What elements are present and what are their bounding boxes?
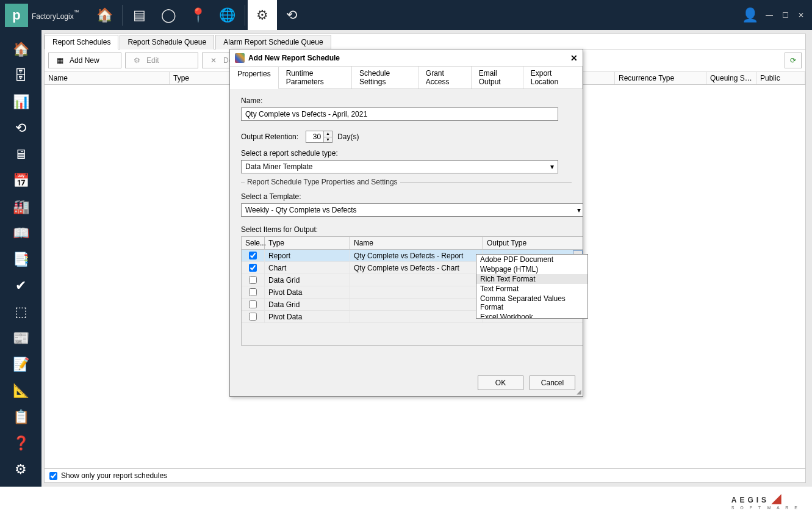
tab-report-schedules[interactable]: Report Schedules bbox=[45, 35, 118, 49]
dialog-titlebar[interactable]: Add New Report Schedule ✕ bbox=[230, 49, 583, 67]
close-button[interactable]: ✕ bbox=[796, 11, 806, 20]
nav-clipboard-icon[interactable]: 📋 bbox=[0, 404, 41, 430]
item-checkbox-cell bbox=[242, 299, 265, 311]
nav-home-icon[interactable]: 🏠 bbox=[0, 36, 41, 62]
col-queuing-sus[interactable]: Queuing Sus... bbox=[706, 72, 756, 84]
nav-monitor-icon[interactable]: 🖥 bbox=[0, 141, 41, 167]
add-new-button[interactable]: ▦Add New bbox=[48, 53, 121, 68]
dialog-footer: OK Cancel bbox=[230, 369, 583, 396]
item-type: Pivot Data bbox=[265, 311, 350, 323]
globe-icon[interactable]: 🌐 bbox=[213, 0, 242, 30]
type-select[interactable]: Data Miner Template ▾ bbox=[241, 160, 558, 173]
output-type-option[interactable]: Comma Separated Values Format bbox=[476, 294, 587, 312]
stack-icon[interactable]: ▤ bbox=[125, 0, 154, 30]
col-public[interactable]: Public bbox=[756, 72, 805, 84]
ok-button[interactable]: OK bbox=[478, 376, 523, 390]
output-type-option[interactable]: Webpage (HTML) bbox=[476, 264, 587, 274]
app-logo: p bbox=[5, 4, 28, 27]
bottom-bar: Show only your report schedules bbox=[45, 468, 805, 482]
item-checkbox-cell bbox=[242, 286, 265, 299]
tab-schedule-settings[interactable]: Schedule Settings bbox=[352, 67, 419, 89]
resize-handle-icon[interactable]: ◢ bbox=[577, 388, 581, 395]
item-type: Data Grid bbox=[265, 299, 350, 311]
item-name bbox=[350, 311, 483, 323]
nav-ruler-icon[interactable]: 📐 bbox=[0, 377, 41, 404]
dialog-app-icon bbox=[235, 53, 245, 63]
tab-email-output[interactable]: Email Output bbox=[472, 67, 523, 89]
template-label: Select a Template: bbox=[241, 192, 572, 201]
col-recurrence[interactable]: Recurrence Type bbox=[615, 72, 706, 84]
gear-icon[interactable]: ⚙ bbox=[248, 0, 277, 30]
nav-database-icon[interactable]: 🗄 bbox=[0, 62, 41, 89]
type-label: Select a report schedule type: bbox=[241, 149, 572, 158]
tab-runtime-parameters[interactable]: Runtime Parameters bbox=[279, 67, 352, 89]
ring-icon[interactable]: ◯ bbox=[154, 0, 184, 30]
item-checkbox-cell bbox=[242, 311, 265, 323]
output-type-option[interactable]: Rich Text Format bbox=[476, 274, 587, 284]
item-checkbox[interactable] bbox=[249, 276, 257, 284]
name-input[interactable] bbox=[241, 107, 558, 121]
item-checkbox[interactable] bbox=[249, 313, 257, 321]
home-icon[interactable]: 🏠 bbox=[90, 0, 120, 30]
separator bbox=[245, 5, 245, 26]
output-type-option[interactable]: Adobe PDF Document bbox=[476, 255, 587, 264]
item-checkbox[interactable] bbox=[249, 252, 257, 260]
nav-check-icon[interactable]: ✔ bbox=[0, 272, 41, 299]
edit-button[interactable]: ⚙Edit bbox=[125, 53, 198, 68]
nav-settings-icon[interactable]: ⚙ bbox=[0, 456, 41, 482]
col-name[interactable]: Name bbox=[45, 72, 170, 84]
nav-notes-icon[interactable]: 📝 bbox=[0, 351, 41, 377]
item-name bbox=[350, 299, 483, 311]
minimize-button[interactable]: — bbox=[764, 11, 774, 20]
nav-copy-icon[interactable]: 📑 bbox=[0, 246, 41, 272]
name-label: Name: bbox=[241, 96, 572, 105]
show-only-label: Show only your report schedules bbox=[61, 471, 167, 480]
nav-book-icon[interactable]: 📖 bbox=[0, 220, 41, 246]
nav-tree-icon[interactable]: ⬚ bbox=[0, 299, 41, 325]
output-type-option[interactable]: Text Format bbox=[476, 284, 587, 294]
items-col-name[interactable]: Name bbox=[350, 237, 483, 249]
item-checkbox-cell bbox=[242, 262, 265, 274]
item-checkbox[interactable] bbox=[249, 264, 257, 272]
items-header: Sele... Type Name Output Type bbox=[242, 237, 583, 250]
nav-history-icon[interactable]: ⟲ bbox=[0, 115, 41, 141]
maximize-button[interactable]: ☐ bbox=[780, 11, 790, 20]
user-icon[interactable]: 👤 bbox=[735, 0, 764, 30]
nav-calendar-icon[interactable]: 📅 bbox=[0, 167, 41, 194]
nav-chart-icon[interactable]: 📊 bbox=[0, 89, 41, 115]
add-report-schedule-dialog: Add New Report Schedule ✕ Properties Run… bbox=[229, 49, 583, 397]
spinner-up-icon[interactable]: ▲ bbox=[323, 131, 332, 137]
item-checkbox[interactable] bbox=[249, 288, 257, 296]
restore-icon[interactable]: ⟲ bbox=[277, 0, 306, 30]
output-type-dropdown[interactable]: Adobe PDF DocumentWebpage (HTML)Rich Tex… bbox=[476, 254, 588, 319]
tab-export-location[interactable]: Export Location bbox=[523, 67, 583, 89]
tab-properties[interactable]: Properties bbox=[230, 67, 279, 89]
template-select[interactable]: Weekly - Qty Complete vs Defects ▾ bbox=[241, 203, 583, 217]
footer-caret-icon: ◢ bbox=[772, 492, 784, 505]
items-col-output[interactable]: Output Type bbox=[483, 237, 583, 249]
show-only-checkbox[interactable] bbox=[49, 472, 57, 480]
tab-report-schedule-queue[interactable]: Report Schedule Queue bbox=[120, 35, 214, 49]
brand-first: Factory bbox=[32, 12, 56, 21]
dialog-close-button[interactable]: ✕ bbox=[570, 53, 578, 63]
nav-warehouse-icon[interactable]: 🏭 bbox=[0, 194, 41, 220]
spinner-down-icon[interactable]: ▼ bbox=[323, 137, 332, 143]
chevron-down-icon: ▾ bbox=[577, 206, 581, 214]
brand-second: Logix bbox=[56, 12, 74, 21]
refresh-button[interactable]: ⟳ bbox=[785, 53, 802, 68]
output-type-option[interactable]: Excel Workbook bbox=[476, 312, 587, 318]
tab-alarm-report-schedule-queue[interactable]: Alarm Report Schedule Queue bbox=[215, 35, 331, 49]
nav-help-icon[interactable]: ❓ bbox=[0, 430, 41, 456]
cancel-button[interactable]: Cancel bbox=[530, 376, 575, 390]
items-col-select[interactable]: Sele... bbox=[242, 237, 265, 249]
items-empty-space bbox=[242, 323, 583, 345]
retention-spinner[interactable]: ▲▼ bbox=[323, 131, 332, 142]
items-col-type[interactable]: Type bbox=[265, 237, 350, 249]
add-new-label: Add New bbox=[70, 56, 99, 65]
tab-grant-access[interactable]: Grant Access bbox=[419, 67, 472, 89]
fieldset-legend: Report Schedule Type Properties and Sett… bbox=[245, 178, 400, 186]
item-checkbox[interactable] bbox=[249, 300, 257, 308]
refresh-icon: ⟳ bbox=[790, 56, 796, 65]
nav-form-icon[interactable]: 📰 bbox=[0, 325, 41, 351]
pin-icon[interactable]: 📍 bbox=[184, 0, 213, 30]
